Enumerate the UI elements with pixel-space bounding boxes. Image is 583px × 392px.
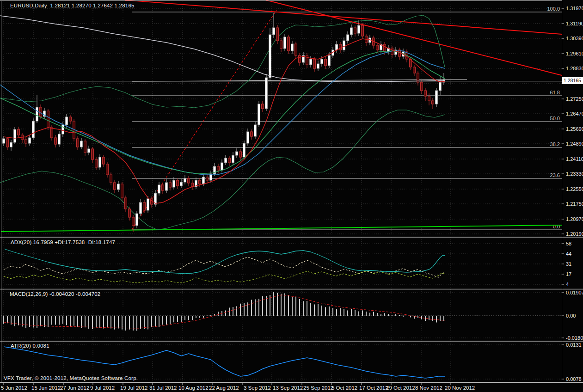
time-axis[interactable] [0,383,583,392]
macd-pane-title: MACD(12,26,9) -0.004020 -0.004702 [10,291,100,297]
svg-text:50.0: 50.0 [550,116,560,121]
svg-text:0.0: 0.0 [553,224,560,229]
price-axis[interactable] [562,0,583,382]
adx-pane-title: ADX(20) 16.7959 +DI:17.7538 -DI:18.1747 [11,239,115,245]
trading-terminal-window: { "header": { "title": "EURUSD,Daily 1.2… [0,0,583,392]
price-chart-canvas[interactable]: 100.061.850.038.223.60.01.319701.311901.… [0,0,583,392]
svg-text:23.6: 23.6 [550,172,560,178]
copyright-text: VFX Trader, © 2001-2012, MetaQuotes Soft… [4,375,138,381]
svg-text:100.0: 100.0 [547,6,560,12]
svg-text:61.8: 61.8 [550,90,560,95]
chart-title: EURUSD,Daily 1.28121 1.28270 1.27642 1.2… [10,3,135,8]
atr-pane-title: ATR(20) 0.0081 [11,343,49,349]
svg-text:38.2: 38.2 [550,141,560,147]
